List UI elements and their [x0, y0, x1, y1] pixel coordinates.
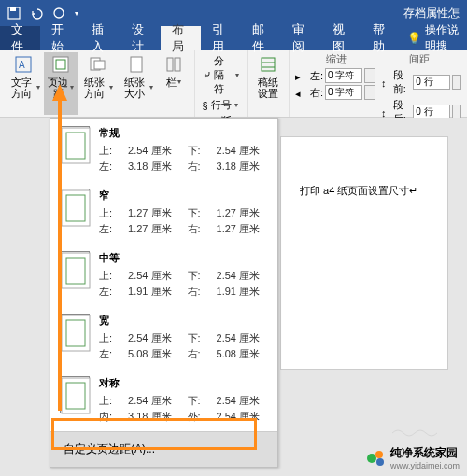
preset-top-value: 1.27 厘米 [128, 206, 179, 220]
columns-button[interactable]: 栏▾ [157, 52, 191, 115]
indent-right-label: 右: [310, 86, 323, 100]
tab-references[interactable]: 引用 [201, 26, 241, 50]
preset-bottom-value: 2.54 厘米 [217, 269, 268, 283]
manuscript-button[interactable]: 稿纸 设置 [251, 52, 285, 115]
orientation-button[interactable]: 纸张方向▾ [78, 52, 118, 115]
line-numbers-icon: § [203, 100, 208, 111]
preset-thumb-icon [60, 376, 90, 413]
preset-thumb-icon [60, 314, 90, 351]
preset-left-label: 左: [99, 347, 120, 361]
text-direction-button[interactable]: A 文字方向▾ [4, 52, 44, 115]
preset-bottom-label: 下: [188, 269, 209, 283]
spacing-before-label: 段前: [393, 68, 411, 96]
preset-name: 中等 [99, 251, 268, 265]
preset-top-label: 上: [99, 394, 120, 408]
tab-home[interactable]: 开始 [40, 26, 80, 50]
tab-file[interactable]: 文件 [0, 26, 40, 50]
preset-thumb-icon [60, 126, 90, 163]
size-icon [126, 54, 147, 75]
preset-left-value: 3.18 厘米 [128, 410, 179, 424]
preset-top-label: 上: [99, 144, 120, 158]
preset-left-label: 内: [99, 410, 120, 424]
indent-right-icon: ◂ [295, 88, 308, 97]
preset-thumb-icon [60, 251, 90, 288]
undo-icon[interactable] [30, 7, 43, 20]
custom-margins-item[interactable]: 自定义页边距(A)... [50, 431, 277, 467]
margins-preset-item[interactable]: 窄 上: 1.27 厘米 下: 1.27 厘米 左: 1.27 厘米 右: 1.… [50, 181, 277, 244]
indent-left-label: 左: [310, 69, 323, 83]
line-numbers-label: 行号 [211, 98, 232, 112]
margins-preset-item[interactable]: 宽 上: 2.54 厘米 下: 2.54 厘米 左: 5.08 厘米 右: 5.… [50, 306, 277, 369]
margins-icon [50, 54, 71, 75]
preset-bottom-label: 下: [188, 394, 209, 408]
tab-design[interactable]: 设计 [120, 26, 161, 50]
spinner[interactable] [452, 75, 461, 90]
preset-left-label: 左: [99, 222, 120, 236]
preset-left-label: 左: [99, 285, 120, 299]
svg-text:A: A [19, 60, 25, 70]
tab-help[interactable]: 帮助 [361, 26, 402, 50]
svg-rect-5 [53, 57, 68, 72]
spacing-before-input[interactable] [413, 75, 450, 90]
svg-point-2 [54, 8, 64, 18]
tab-mailings[interactable]: 邮件 [241, 26, 281, 50]
watermark-brand: 纯净系统家园 [390, 445, 460, 461]
margins-preset-item[interactable]: 中等 上: 2.54 厘米 下: 2.54 厘米 左: 1.91 厘米 右: 1… [50, 244, 277, 306]
preset-right-value: 2.54 厘米 [217, 410, 268, 424]
svg-rect-1 [10, 7, 16, 11]
page[interactable]: 打印 a4 纸页面设置尺寸↵ [280, 136, 448, 370]
manuscript-label: 稿纸 设置 [258, 77, 278, 99]
manuscript-icon [258, 54, 278, 75]
preset-bottom-value: 1.27 厘米 [217, 206, 268, 220]
redo-icon[interactable] [52, 7, 65, 20]
preset-bottom-label: 下: [188, 206, 209, 220]
qat-customize-icon[interactable]: ▾ [75, 9, 78, 18]
preset-right-value: 1.27 厘米 [217, 222, 268, 236]
indent-header: 缩进 [295, 52, 378, 66]
spinner[interactable] [364, 68, 375, 83]
margins-button[interactable]: 页边距▾ [44, 52, 78, 115]
indent-left-icon: ▸ [295, 71, 308, 80]
svg-rect-9 [131, 57, 142, 72]
preset-top-value: 2.54 厘米 [128, 331, 179, 345]
margins-dropdown: 常规 上: 2.54 厘米 下: 2.54 厘米 左: 3.18 厘米 右: 3… [50, 118, 278, 468]
margins-label: 页边距 [48, 77, 69, 99]
preset-bottom-value: 2.54 厘米 [217, 144, 268, 158]
tell-me-label: 操作说明搜 [425, 22, 461, 54]
line-numbers-button[interactable]: §行号▾ [203, 98, 239, 112]
size-button[interactable]: 纸张大小▾ [117, 52, 157, 115]
preset-name: 宽 [99, 314, 268, 328]
preset-bottom-value: 2.54 厘米 [217, 331, 268, 345]
indent-right-input[interactable] [325, 85, 362, 100]
svg-rect-11 [175, 58, 180, 71]
preset-left-value: 1.91 厘米 [128, 285, 179, 299]
preset-left-value: 1.27 厘米 [128, 222, 179, 236]
tab-review[interactable]: 审阅 [281, 26, 321, 50]
preset-right-label: 右: [188, 347, 209, 361]
svg-point-27 [367, 454, 376, 463]
window-title: 存档属性怎 [403, 6, 460, 21]
preset-top-label: 上: [99, 206, 120, 220]
margins-preset-item[interactable]: 对称 上: 2.54 厘米 下: 2.54 厘米 内: 3.18 厘米 外: 2… [50, 369, 277, 431]
preset-right-label: 外: [188, 410, 209, 424]
svg-rect-12 [262, 58, 275, 71]
margins-preset-item[interactable]: 常规 上: 2.54 厘米 下: 2.54 厘米 左: 3.18 厘米 右: 3… [50, 119, 277, 181]
tell-me[interactable]: 💡 操作说明搜 [402, 26, 467, 50]
spacing-header: 间距 [378, 52, 461, 66]
svg-point-29 [376, 458, 384, 466]
tab-view[interactable]: 视图 [321, 26, 361, 50]
spinner[interactable] [364, 85, 375, 100]
preset-left-label: 左: [99, 160, 120, 174]
columns-label: 栏 [166, 77, 177, 88]
tab-insert[interactable]: 插入 [80, 26, 120, 50]
watermark: 纯净系统家园 www.yidaimei.com [366, 445, 460, 470]
tab-layout[interactable]: 布局 [161, 26, 201, 50]
indent-left-input[interactable] [325, 68, 362, 83]
lightbulb-icon: 💡 [407, 32, 421, 45]
save-icon[interactable] [7, 7, 21, 20]
preset-left-value: 3.18 厘米 [128, 160, 179, 174]
breaks-button[interactable]: ⤶分隔符▾ [203, 54, 239, 96]
preset-top-label: 上: [99, 269, 120, 283]
preset-name: 常规 [99, 126, 268, 140]
breaks-label: 分隔符 [214, 54, 233, 96]
